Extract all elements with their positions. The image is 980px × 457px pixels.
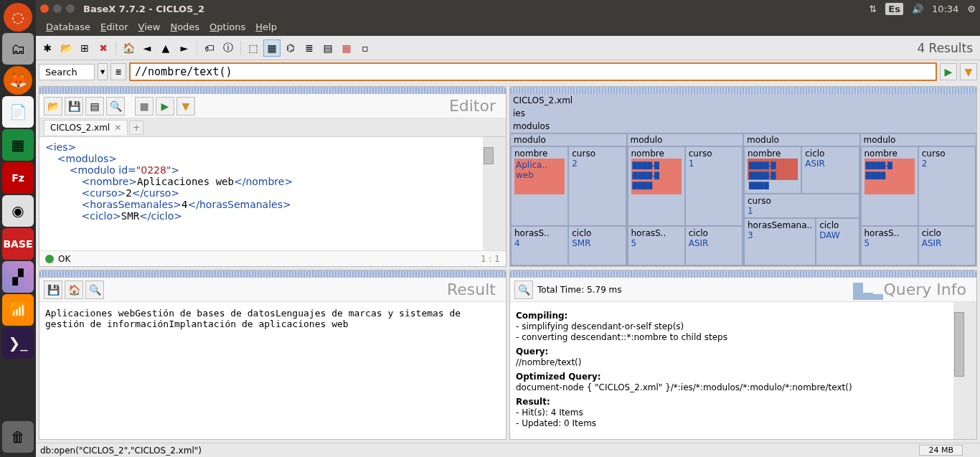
status-bar: db:open("CICLOS_2","CICLOS_2.xml") 24 MB xyxy=(36,443,980,457)
rt-filter-icon[interactable]: ⓘ xyxy=(220,39,237,57)
home-result-icon[interactable]: 🏠 xyxy=(65,281,83,299)
clock[interactable]: 10:34 xyxy=(932,4,958,14)
tab-close-icon[interactable]: ✕ xyxy=(114,123,121,133)
query-input[interactable] xyxy=(129,62,937,81)
search-info-icon[interactable]: 🔍 xyxy=(514,281,533,299)
results-count: 4 Results xyxy=(917,41,977,55)
result-content[interactable]: Aplicaciones webGestión de bases de dato… xyxy=(39,302,506,439)
keyboard-layout[interactable]: Es xyxy=(885,3,903,15)
info-scrollbar[interactable] xyxy=(953,302,965,439)
history-button[interactable]: ≣ xyxy=(110,63,126,80)
editor-title: Editor xyxy=(449,97,501,115)
editor-view-icon[interactable]: ⬚ xyxy=(245,39,262,57)
editor-panel: 📂 💾 ▤ 🔍 ■ ▶ ▼ Editor CICLOS_2.xml ✕ + xyxy=(39,86,507,267)
panel-grip[interactable] xyxy=(39,270,506,278)
notes-icon[interactable]: 📄 xyxy=(2,96,34,128)
memory-indicator[interactable]: 24 MB xyxy=(919,445,963,456)
status-ok-text: OK xyxy=(58,254,70,264)
panel-grip[interactable] xyxy=(510,270,976,278)
close-button[interactable] xyxy=(40,4,49,13)
editor-content[interactable]: <ies> <modulos> <modulo id="0228"> <nomb… xyxy=(39,137,506,250)
basex-icon[interactable]: BASE xyxy=(2,228,34,260)
trash-icon[interactable]: 🗑 xyxy=(2,421,34,453)
tm-modulo-1[interactable]: modulo nombreAplica.. web curso2 horasS.… xyxy=(510,133,627,266)
treemap-panel: CICLOS_2.xml ies modulos modulo nombreAp… xyxy=(509,86,977,267)
stop-icon[interactable]: ■ xyxy=(135,97,154,116)
filezilla-icon[interactable]: Fz xyxy=(2,162,34,194)
search-mode-dropdown[interactable]: ▼ xyxy=(98,63,108,80)
files-icon[interactable]: 🗂 xyxy=(2,33,34,65)
menu-database[interactable]: Database xyxy=(42,19,95,34)
gear-icon[interactable]: ⚙ xyxy=(967,4,976,14)
rss-icon[interactable]: 📶 xyxy=(2,294,34,326)
folder-view-icon[interactable]: ≣ xyxy=(301,39,318,57)
run-query-button[interactable]: ▶ xyxy=(940,63,957,80)
panel-grip[interactable] xyxy=(510,87,976,94)
history-icon[interactable]: ▤ xyxy=(85,97,104,116)
rt-exec-icon[interactable]: 🏷 xyxy=(201,39,218,57)
timing-chart xyxy=(853,283,883,300)
status-text: db:open("CICLOS_2","CICLOS_2.xml") xyxy=(40,446,202,456)
query-info-panel: 🔍 Total Time: 5.79 ms Query Info Compili… xyxy=(509,270,977,440)
open-icon[interactable]: 📂 xyxy=(57,39,75,57)
terminal-icon[interactable]: ❯_ xyxy=(2,327,34,359)
network-icon[interactable]: ⇅ xyxy=(869,4,877,14)
find-icon[interactable]: 🔍 xyxy=(106,97,125,116)
table-view-icon[interactable]: ▦ xyxy=(338,39,355,57)
run-icon[interactable]: ▶ xyxy=(156,97,174,116)
home-icon[interactable]: 🏠 xyxy=(120,39,137,57)
tree-view-icon[interactable]: ⌬ xyxy=(282,39,299,57)
libreoffice-calc-icon[interactable]: ▦ xyxy=(2,129,34,161)
tab-add-button[interactable]: + xyxy=(129,121,143,135)
tm-modulo-4[interactable]: modulo nombre████ █ ████ curso2 horasS..… xyxy=(860,133,977,266)
minimize-button[interactable] xyxy=(53,4,62,13)
up-icon[interactable]: ▲ xyxy=(157,39,174,57)
editor-tab[interactable]: CICLOS_2.xml ✕ xyxy=(44,120,128,135)
result-panel: 💾 🏠 🔍 Result Aplicaciones webGestión de … xyxy=(39,270,507,440)
filter-icon[interactable]: ▼ xyxy=(176,97,195,116)
properties-icon[interactable]: ⊞ xyxy=(76,39,93,57)
result-title: Result xyxy=(447,281,501,298)
menu-view[interactable]: View xyxy=(134,19,165,34)
firefox-icon[interactable]: 🦊 xyxy=(4,66,32,95)
back-icon[interactable]: ◄ xyxy=(138,39,156,57)
menu-options[interactable]: Options xyxy=(205,19,250,34)
menu-editor[interactable]: Editor xyxy=(96,19,132,34)
maximize-button[interactable] xyxy=(66,4,75,13)
search-mode-label: Search xyxy=(39,64,95,80)
cursor-position: 1 : 1 xyxy=(481,254,500,264)
workspaces-icon[interactable]: ▞ xyxy=(2,261,34,293)
forward-icon[interactable]: ► xyxy=(176,39,193,57)
open-file-icon[interactable]: 📂 xyxy=(44,97,62,116)
menu-bar: Database Editor View Nodes Options Help xyxy=(36,17,980,36)
editor-scrollbar[interactable] xyxy=(483,137,494,250)
window-controls xyxy=(40,4,75,13)
close-db-icon[interactable]: ✖ xyxy=(95,39,112,57)
save-result-icon[interactable]: 💾 xyxy=(44,281,62,299)
image-viewer-icon[interactable]: ◉ xyxy=(2,195,34,227)
panel-grip[interactable] xyxy=(39,87,506,94)
tm-ies[interactable]: ies xyxy=(510,107,976,120)
unity-launcher: ◌ 🗂 🦊 📄 ▦ Fz ◉ BASE ▞ 📶 ❯_ 🗑 xyxy=(0,0,36,457)
plot-view-icon[interactable]: ▤ xyxy=(319,39,336,57)
ubuntu-dash-icon[interactable]: ◌ xyxy=(4,3,32,32)
map-view-icon[interactable]: ▦ xyxy=(263,39,281,57)
status-ok-icon xyxy=(45,255,54,263)
tm-root[interactable]: CICLOS_2.xml xyxy=(510,94,976,107)
treemap-body[interactable]: CICLOS_2.xml ies modulos modulo nombreAp… xyxy=(510,94,976,266)
tm-modulo-3[interactable]: modulo nombre████ █ ████ █ ████ cicloASI… xyxy=(743,133,860,266)
tab-label: CICLOS_2.xml xyxy=(50,123,110,133)
query-info-content[interactable]: Compiling: - simplifying descendant-or-s… xyxy=(510,302,976,439)
search-bar: Search ▼ ≣ ▶ ▼ xyxy=(36,60,980,83)
new-db-icon[interactable]: ✱ xyxy=(39,39,56,57)
menu-nodes[interactable]: Nodes xyxy=(166,19,204,34)
tm-modulo-2[interactable]: modulo nombre████ █ ████ █ ████ curso1 h… xyxy=(627,133,744,266)
save-file-icon[interactable]: 💾 xyxy=(65,97,83,116)
sound-icon[interactable]: 🔊 xyxy=(912,4,923,14)
tm-modulos[interactable]: modulos xyxy=(510,120,976,133)
menu-help[interactable]: Help xyxy=(251,19,281,34)
main-toolbar: ✱ 📂 ⊞ ✖ 🏠 ◄ ▲ ► 🏷 ⓘ ⬚ ▦ ⌬ ≣ ▤ ▦ ▫ 4 Resu… xyxy=(36,36,980,60)
search-result-icon[interactable]: 🔍 xyxy=(85,281,104,299)
filter-query-button[interactable]: ▼ xyxy=(960,63,977,80)
explorer-view-icon[interactable]: ▫ xyxy=(357,39,374,57)
